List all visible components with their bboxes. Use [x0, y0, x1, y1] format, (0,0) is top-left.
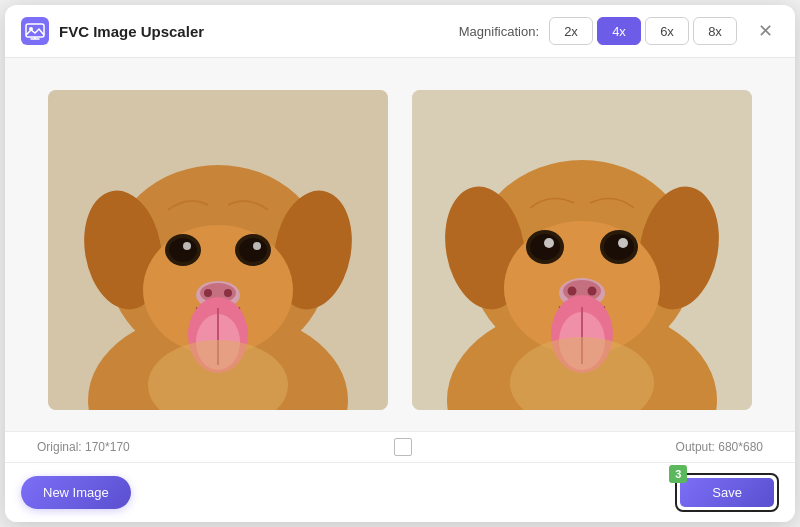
- mag-6x-button[interactable]: 6x: [645, 17, 689, 45]
- svg-point-13: [239, 238, 267, 262]
- original-image-panel: [48, 90, 388, 410]
- mag-4x-button[interactable]: 4x: [597, 17, 641, 45]
- save-area: 3 Save: [675, 473, 779, 512]
- new-image-button[interactable]: New Image: [21, 476, 131, 509]
- svg-point-30: [530, 234, 560, 260]
- save-button[interactable]: Save: [680, 478, 774, 507]
- status-bar: Original: 170*170 Output: 680*680: [5, 431, 795, 462]
- center-icon: [394, 438, 412, 456]
- svg-point-31: [544, 238, 554, 248]
- svg-point-11: [183, 242, 191, 250]
- svg-point-14: [253, 242, 261, 250]
- svg-rect-0: [21, 17, 49, 45]
- app-window: FVC Image Upscaler Magnification: 2x 4x …: [5, 5, 795, 522]
- titlebar: FVC Image Upscaler Magnification: 2x 4x …: [5, 5, 795, 58]
- mag-2x-button[interactable]: 2x: [549, 17, 593, 45]
- svg-point-38: [588, 286, 597, 295]
- output-image-panel: [412, 90, 752, 410]
- save-wrapper: 3 Save: [675, 473, 779, 512]
- app-logo-icon: [21, 17, 49, 45]
- svg-point-33: [604, 234, 634, 260]
- output-size-label: Output: 680*680: [676, 440, 763, 454]
- footer: New Image 3 Save: [5, 462, 795, 522]
- svg-point-34: [618, 238, 628, 248]
- original-size-label: Original: 170*170: [37, 440, 130, 454]
- app-title: FVC Image Upscaler: [59, 23, 204, 40]
- images-area: [5, 58, 795, 431]
- svg-point-37: [568, 286, 577, 295]
- svg-point-10: [169, 238, 197, 262]
- magnification-label: Magnification:: [459, 24, 539, 39]
- save-badge: 3: [669, 465, 687, 483]
- close-button[interactable]: ✕: [751, 17, 779, 45]
- svg-point-18: [224, 289, 232, 297]
- magnification-buttons: 2x 4x 6x 8x: [549, 17, 737, 45]
- svg-point-17: [204, 289, 212, 297]
- mag-8x-button[interactable]: 8x: [693, 17, 737, 45]
